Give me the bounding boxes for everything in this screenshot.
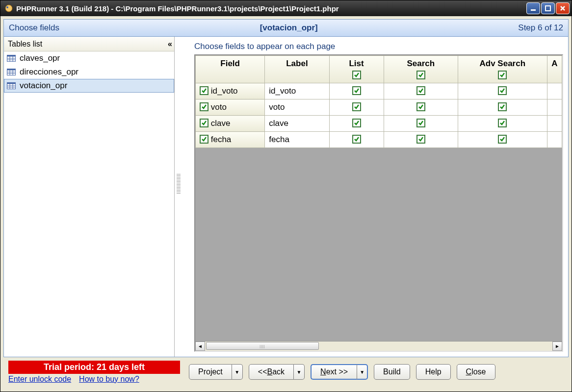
checkbox[interactable] [200,102,208,111]
fields-grid: Field Label List Search Adv Search A id_… [195,55,562,148]
sidebar-title: Tables list [8,40,168,49]
list-cell[interactable] [329,83,384,99]
client-area: Choose fields [votacion_opr] Step 6 of 1… [0,16,572,392]
checkbox[interactable] [352,119,361,127]
horizontal-scrollbar[interactable]: ◄ |||| ► [195,341,562,351]
grid-header-row: Field Label List Search Adv Search A [196,56,562,83]
how-to-buy-link[interactable]: How to buy now? [79,375,139,384]
checkbox[interactable] [498,102,507,111]
next-dropdown[interactable]: ▼ [357,364,368,380]
col-header-label[interactable]: Label [265,56,329,83]
field-cell[interactable]: voto [196,99,265,116]
adv-cell[interactable] [458,83,547,99]
back-dropdown[interactable]: ▼ [294,364,305,380]
more-cell[interactable] [547,132,562,148]
list-cell[interactable] [329,99,384,116]
fields-grid-wrap: Field Label List Search Adv Search A id_… [194,54,563,352]
checkbox[interactable] [352,135,361,144]
back-button[interactable]: << Back [249,364,294,380]
checkbox[interactable] [498,86,507,95]
checkbox[interactable] [200,119,208,127]
label-cell[interactable]: fecha [265,132,329,148]
checkbox[interactable] [498,119,507,127]
label-cell[interactable]: clave [265,116,329,132]
search-cell[interactable] [384,132,458,148]
build-button[interactable]: Build [374,364,410,380]
search-cell[interactable] [384,99,458,116]
field-cell[interactable]: id_voto [196,83,265,99]
adv-cell[interactable] [458,132,547,148]
scroll-thumb[interactable]: |||| [206,342,319,350]
close-window-button[interactable] [556,2,570,14]
enter-unlock-link[interactable]: Enter unlock code [8,375,71,384]
checkbox[interactable] [416,119,425,127]
splitter-handle[interactable] [177,174,181,194]
table-item-claves_opr[interactable]: claves_opr [4,51,174,65]
table-item-label: direcciones_opr [20,67,78,77]
sidebar: Tables list « claves_oprdirecciones_oprv… [4,37,175,357]
label-cell[interactable]: voto [265,99,329,116]
checkbox[interactable] [416,135,425,144]
app-window: PHPRunner 3.1 (Build 218) - C:\Program F… [0,0,572,392]
col-header-adv[interactable]: Adv Search [458,56,547,83]
field-cell[interactable]: clave [196,116,265,132]
checkbox[interactable] [498,135,507,144]
checkbox[interactable] [352,86,361,95]
project-button-group: Project ▼ [189,364,243,380]
table-item-direcciones_opr[interactable]: direcciones_opr [4,65,174,79]
col-header-list[interactable]: List [329,56,384,83]
table-icon [7,68,16,76]
grid-row: votovoto [196,99,562,116]
field-name: clave [211,119,231,128]
footer: Trial period: 21 days left Enter unlock … [3,357,569,389]
search-cell[interactable] [384,83,458,99]
svg-rect-5 [7,55,16,57]
more-cell[interactable] [547,83,562,99]
field-cell[interactable]: fecha [196,132,265,148]
field-name: fecha [211,135,232,144]
search-cell[interactable] [384,116,458,132]
trial-panel: Trial period: 21 days left Enter unlock … [8,361,180,384]
list-cell[interactable] [329,132,384,148]
project-dropdown[interactable]: ▼ [232,364,243,380]
checkbox[interactable] [416,86,425,95]
title-bar[interactable]: PHPRunner 3.1 (Build 218) - C:\Program F… [0,0,572,16]
svg-rect-17 [7,83,16,84]
checkbox[interactable] [352,71,361,79]
checkbox[interactable] [416,71,425,79]
project-button[interactable]: Project [189,364,232,380]
svg-rect-11 [7,69,16,71]
checkbox[interactable] [498,71,507,79]
close-button[interactable]: Close [457,364,495,380]
maximize-button[interactable] [541,2,555,14]
more-cell[interactable] [547,116,562,132]
list-cell[interactable] [329,116,384,132]
adv-cell[interactable] [458,99,547,116]
next-button[interactable]: Next >> [311,364,357,380]
fields-pane: Choose fields to appear on each page Fie… [175,37,568,357]
table-icon [7,82,16,90]
minimize-button[interactable] [526,2,540,14]
collapse-icon[interactable]: « [168,40,170,49]
label-cell[interactable]: id_voto [265,83,329,99]
more-cell[interactable] [547,99,562,116]
col-header-search[interactable]: Search [384,56,458,83]
col-header-more[interactable]: A [547,56,562,83]
svg-rect-3 [546,6,550,11]
next-button-group: Next >> ▼ [311,364,368,380]
table-item-votacion_opr[interactable]: votacion_opr [4,79,174,93]
adv-cell[interactable] [458,116,547,132]
help-button[interactable]: Help [416,364,451,380]
scroll-left-button[interactable]: ◄ [195,342,205,351]
col-header-field[interactable]: Field [196,56,265,83]
scroll-track[interactable]: |||| [205,342,552,351]
checkbox[interactable] [352,102,361,111]
wizard-current-table: [votacion_opr] [59,23,518,33]
fields-caption: Choose fields to appear on each page [194,40,563,54]
button-row: Project ▼ << Back ▼ Next >> ▼ Build Help… [189,364,563,380]
scroll-right-button[interactable]: ► [552,342,562,351]
checkbox[interactable] [200,135,208,144]
checkbox[interactable] [200,86,208,95]
checkbox[interactable] [416,102,425,111]
field-name: id_voto [211,86,238,96]
